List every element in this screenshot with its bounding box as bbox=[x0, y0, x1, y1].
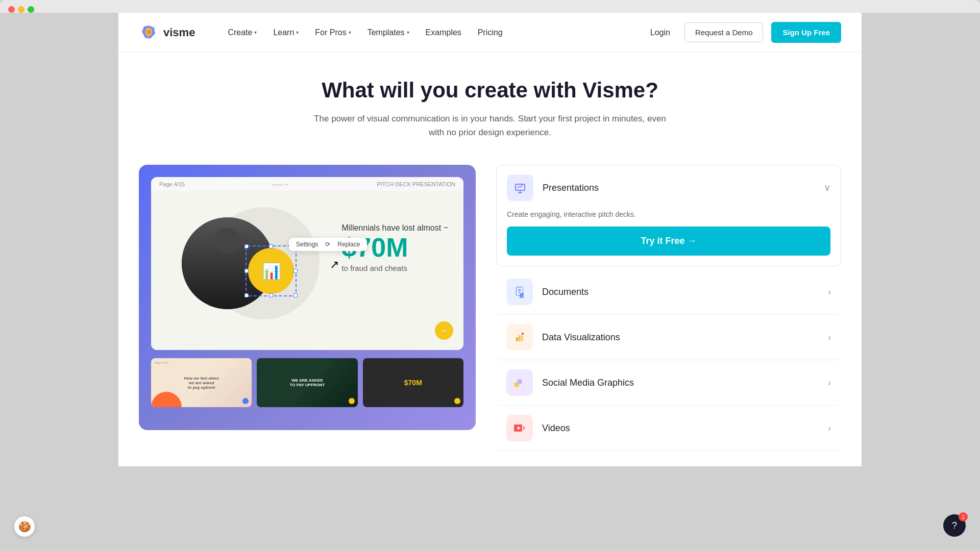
nav-item-create[interactable]: Create ▾ bbox=[220, 24, 264, 41]
minimize-button[interactable] bbox=[18, 6, 24, 13]
social-media-item[interactable]: Social Media Graphics › bbox=[496, 360, 841, 406]
documents-icon bbox=[512, 285, 527, 299]
editor-topbar: Page 4/15 ——→ PITCH DECK PRESENTATION bbox=[151, 177, 463, 192]
thumb-1-content: How we feel whenwe are askedto pay upfro… bbox=[151, 358, 252, 407]
logo-icon bbox=[139, 22, 159, 43]
editor-window: Page 4/15 ——→ PITCH DECK PRESENTATION bbox=[151, 177, 463, 350]
selection-box[interactable] bbox=[246, 245, 297, 296]
settings-label[interactable]: Settings bbox=[296, 241, 318, 248]
deck-label: PITCH DECK PRESENTATION bbox=[377, 181, 455, 187]
replace-icon: ⟳ bbox=[325, 241, 330, 248]
selection-handle-br[interactable] bbox=[293, 293, 298, 297]
presentations-label: Presentations bbox=[543, 183, 824, 193]
documents-icon-wrap bbox=[506, 279, 533, 305]
social-media-label: Social Media Graphics bbox=[542, 378, 828, 388]
documents-label: Documents bbox=[542, 287, 828, 297]
maximize-button[interactable] bbox=[28, 6, 34, 13]
slide-nav-button[interactable]: → bbox=[435, 321, 453, 340]
nav-label-forpros: For Pros bbox=[315, 28, 346, 37]
presentations-icon-wrap bbox=[507, 174, 533, 201]
nav-item-forpros[interactable]: For Pros ▾ bbox=[308, 24, 358, 41]
hero-subtitle: The power of visual communication is in … bbox=[311, 112, 669, 139]
chevron-down-icon: ▾ bbox=[296, 30, 299, 35]
logo-text: visme bbox=[163, 26, 195, 39]
chevron-right-icon: › bbox=[828, 332, 831, 343]
nav-actions: Login Request a Demo Sign Up Free bbox=[644, 22, 841, 43]
context-menu: Settings ⟳ Replace bbox=[289, 238, 367, 251]
data-viz-icon bbox=[512, 330, 527, 344]
demo-panel: Page 4/15 ——→ PITCH DECK PRESENTATION bbox=[139, 165, 476, 430]
presentations-section: Presentations ∨ Create engaging, interac… bbox=[496, 165, 841, 266]
videos-item[interactable]: Videos › bbox=[496, 406, 841, 451]
videos-icon bbox=[512, 421, 527, 435]
svg-point-14 bbox=[521, 332, 524, 335]
selection-handle-lm[interactable] bbox=[244, 269, 249, 273]
main-content: Page 4/15 ——→ PITCH DECK PRESENTATION bbox=[118, 155, 862, 466]
selection-handle-bm[interactable] bbox=[269, 293, 273, 297]
cookie-icon: 🍪 bbox=[18, 520, 31, 533]
videos-icon-wrap bbox=[506, 415, 533, 441]
svg-rect-9 bbox=[520, 293, 524, 298]
thumb-2-dot bbox=[349, 398, 355, 404]
nav-item-templates[interactable]: Templates ▾ bbox=[360, 24, 416, 41]
presentations-description: Create engaging, interactive pitch decks… bbox=[507, 210, 830, 218]
try-free-button[interactable]: Try it Free → bbox=[507, 227, 830, 256]
thumbnail-1[interactable]: Page 4/15 How we feel whenwe are askedto… bbox=[151, 358, 252, 407]
help-badge: 1 bbox=[959, 512, 968, 521]
chevron-down-icon: ▾ bbox=[407, 30, 409, 35]
login-button[interactable]: Login bbox=[644, 24, 676, 41]
svg-rect-12 bbox=[519, 335, 521, 341]
social-icon bbox=[512, 375, 527, 390]
chevron-right-icon: › bbox=[828, 423, 831, 434]
nav-items: Create ▾ Learn ▾ For Pros ▾ Templates ▾ … bbox=[220, 24, 628, 41]
chevron-down-icon: ▾ bbox=[349, 30, 351, 35]
selection-handle-tm[interactable] bbox=[269, 244, 273, 248]
thumb-2-content: WE ARE ASKEDTO PAY UPFRONT bbox=[257, 358, 357, 407]
svg-rect-11 bbox=[516, 337, 518, 341]
right-panel: Presentations ∨ Create engaging, interac… bbox=[496, 165, 841, 451]
logo[interactable]: visme bbox=[139, 22, 195, 43]
page-container: visme Create ▾ Learn ▾ For Pros ▾ Templa… bbox=[118, 13, 862, 466]
nav-label-pricing: Pricing bbox=[478, 28, 503, 37]
chevron-right-icon: › bbox=[828, 378, 831, 388]
thumbnail-2[interactable]: WE ARE ASKEDTO PAY UPFRONT bbox=[257, 358, 357, 407]
request-demo-button[interactable]: Request a Demo bbox=[684, 22, 764, 42]
thumbnail-3[interactable]: $70M bbox=[363, 358, 463, 407]
nav-label-learn: Learn bbox=[273, 28, 294, 37]
nav-item-pricing[interactable]: Pricing bbox=[471, 24, 510, 41]
hero-title: What will you create with Visme? bbox=[139, 78, 841, 103]
nav-label-create: Create bbox=[228, 28, 252, 37]
signup-button[interactable]: Sign Up Free bbox=[771, 22, 841, 43]
help-icon: ? bbox=[952, 520, 957, 531]
browser-chrome bbox=[0, 0, 980, 13]
svg-point-17 bbox=[514, 382, 519, 387]
svg-marker-20 bbox=[523, 426, 525, 430]
selection-handle-tl[interactable] bbox=[244, 244, 249, 248]
documents-item[interactable]: Documents › bbox=[496, 269, 841, 315]
presentations-header[interactable]: Presentations ∨ bbox=[497, 165, 841, 210]
help-button[interactable]: ? 1 bbox=[943, 514, 966, 537]
social-icon-wrap bbox=[506, 369, 533, 396]
editor-nav-arrow: ——→ bbox=[273, 181, 289, 187]
nav-label-templates: Templates bbox=[368, 28, 405, 37]
navbar: visme Create ▾ Learn ▾ For Pros ▾ Templa… bbox=[118, 13, 862, 53]
thumbnail-strip: Page 4/15 How we feel whenwe are askedto… bbox=[151, 358, 463, 407]
nav-item-examples[interactable]: Examples bbox=[419, 24, 469, 41]
chevron-down-icon: ∨ bbox=[824, 182, 830, 193]
data-viz-icon-wrap bbox=[506, 324, 533, 350]
nav-item-learn[interactable]: Learn ▾ bbox=[266, 24, 306, 41]
pitch-text-line2: to fraud and cheats bbox=[341, 264, 448, 272]
close-button[interactable] bbox=[8, 6, 15, 13]
data-visualizations-item[interactable]: Data Visualizations › bbox=[496, 315, 841, 360]
cookie-button[interactable]: 🍪 bbox=[14, 516, 35, 537]
replace-label[interactable]: Replace bbox=[337, 241, 360, 248]
hero-section: What will you create with Visme? The pow… bbox=[118, 53, 862, 155]
cursor-icon: ↗ bbox=[330, 258, 339, 271]
nav-label-examples: Examples bbox=[426, 28, 461, 37]
traffic-lights bbox=[8, 6, 34, 13]
selection-handle-rm[interactable] bbox=[293, 269, 298, 273]
chevron-right-icon: › bbox=[828, 287, 831, 297]
videos-label: Videos bbox=[542, 423, 828, 434]
editor-body: 📊 bbox=[151, 192, 463, 350]
selection-handle-bl[interactable] bbox=[244, 293, 249, 297]
